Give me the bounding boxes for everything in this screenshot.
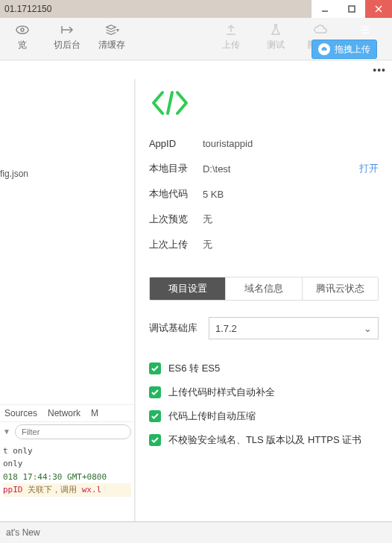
tab-m[interactable]: M bbox=[91, 408, 98, 418]
console-line: 018 17:44:30 GMT+0800 bbox=[3, 471, 131, 484]
minimize-button[interactable] bbox=[312, 0, 338, 18]
toggle-icon bbox=[60, 22, 75, 37]
panel-tabs: 项目设置 域名信息 腾讯云状态 bbox=[149, 277, 379, 301]
console-warning-line: ppID 关联下，调用 wx.l bbox=[3, 483, 131, 497]
tree-file-item[interactable]: fig.json bbox=[0, 169, 128, 179]
settings-checkbox-list: ES6 转 ES5 上传代码时样式自动补全 代码上传时自动压缩 不校验安全域名、… bbox=[149, 362, 379, 447]
cloud-icon bbox=[313, 22, 328, 37]
check-row-es6[interactable]: ES6 转 ES5 bbox=[149, 362, 379, 375]
info-row-lastpreview: 上次预览 无 bbox=[149, 207, 379, 232]
last-upload-value: 无 bbox=[203, 238, 379, 251]
tab-project-settings[interactable]: 项目设置 bbox=[150, 277, 225, 300]
devtools-tabs: Sources Network M bbox=[0, 404, 134, 421]
info-row-appid: AppID touristappid bbox=[149, 131, 379, 156]
svg-point-6 bbox=[323, 47, 326, 50]
filter-bar: ▼ bbox=[0, 421, 134, 442]
clear-cache-button[interactable]: ▾ 清缓存 bbox=[97, 22, 127, 51]
test-button[interactable]: 测试 bbox=[261, 22, 291, 51]
drag-upload-label: 拖拽上传 bbox=[335, 43, 370, 56]
stack-icon: ▾ bbox=[104, 22, 119, 37]
tab-cloud-status[interactable]: 腾讯云状态 bbox=[302, 277, 378, 300]
toggle-back-button[interactable]: 切后台 bbox=[52, 22, 82, 51]
check-label: ES6 转 ES5 bbox=[168, 362, 220, 375]
preview-button[interactable]: 览 bbox=[7, 22, 37, 51]
appid-value: touristappid bbox=[203, 138, 379, 149]
close-button[interactable] bbox=[365, 0, 392, 18]
app-window: 01.1712150 拖拽上传 览 bbox=[0, 0, 392, 543]
eye-icon bbox=[15, 22, 30, 37]
base-lib-value: 1.7.2 bbox=[215, 323, 237, 334]
base-lib-label: 调试基础库 bbox=[149, 321, 209, 335]
tab-domain-info[interactable]: 域名信息 bbox=[225, 277, 301, 300]
window-title: 01.1712150 bbox=[0, 4, 312, 14]
toolbar-left-group: 览 切后台 ▾ 清缓存 bbox=[0, 18, 139, 51]
file-tree: fig.json bbox=[0, 79, 134, 185]
tab-network[interactable]: Network bbox=[48, 408, 80, 418]
project-header bbox=[136, 79, 392, 128]
info-row-lastupload: 上次上传 无 bbox=[149, 232, 379, 257]
sub-toolbar: ••• bbox=[0, 60, 392, 80]
checkbox-checked-icon bbox=[149, 410, 161, 422]
info-row-localdir: 本地目录 D:\test 打开 bbox=[149, 156, 379, 181]
checkbox-checked-icon bbox=[149, 386, 161, 398]
content-area: fig.json Sources Network M ▼ t only only… bbox=[0, 79, 392, 543]
check-label: 不校验安全域名、TLS 版本以及 HTTPS 证书 bbox=[168, 433, 361, 447]
appid-label: AppID bbox=[149, 138, 203, 149]
local-code-value: 5 KB bbox=[203, 189, 379, 200]
check-row-style[interactable]: 上传代码时样式自动补全 bbox=[149, 386, 379, 399]
svg-point-7 bbox=[16, 26, 28, 34]
base-lib-select[interactable]: 1.7.2 ⌄ bbox=[209, 317, 379, 339]
local-dir-value: D:\test bbox=[203, 163, 359, 175]
window-controls bbox=[312, 0, 392, 18]
console-output: t only only 018 17:44:30 GMT+0800 ppID 关… bbox=[0, 442, 134, 500]
base-lib-row: 调试基础库 1.7.2 ⌄ bbox=[149, 317, 379, 339]
console-line: only bbox=[3, 457, 131, 471]
last-preview-value: 无 bbox=[203, 213, 379, 226]
maximize-button[interactable] bbox=[338, 0, 365, 18]
local-code-label: 本地代码 bbox=[149, 187, 203, 201]
details-panel: AppID touristappid 本地目录 D:\test 打开 本地代码 … bbox=[135, 79, 392, 543]
checkbox-checked-icon bbox=[149, 362, 161, 374]
last-preview-label: 上次预览 bbox=[149, 213, 203, 226]
app-body: 拖拽上传 览 切后台 ▾ 清缓存 bbox=[0, 18, 392, 543]
svg-point-8 bbox=[21, 28, 24, 31]
more-menu-button[interactable]: ••• bbox=[370, 64, 389, 76]
info-row-localcode: 本地代码 5 KB bbox=[149, 181, 379, 207]
flask-icon bbox=[268, 22, 283, 37]
left-column: fig.json Sources Network M ▼ t only only… bbox=[0, 79, 135, 543]
code-logo-icon bbox=[149, 110, 191, 122]
upload-button[interactable]: 上传 bbox=[216, 22, 246, 51]
filter-caret-icon[interactable]: ▼ bbox=[3, 427, 10, 436]
svg-line-13 bbox=[168, 92, 172, 113]
console-line: t only bbox=[3, 445, 131, 458]
open-dir-link[interactable]: 打开 bbox=[359, 162, 379, 175]
drag-upload-button[interactable]: 拖拽上传 bbox=[312, 40, 377, 59]
tab-sources[interactable]: Sources bbox=[4, 408, 37, 418]
title-bar: 01.1712150 bbox=[0, 0, 392, 18]
chevron-down-icon: ⌄ bbox=[364, 323, 372, 334]
cloud-disk-icon bbox=[318, 43, 330, 55]
filter-input[interactable] bbox=[15, 424, 131, 439]
checkbox-checked-icon bbox=[149, 434, 161, 446]
whats-new-bar[interactable]: at's New bbox=[0, 521, 392, 543]
check-row-nocheck[interactable]: 不校验安全域名、TLS 版本以及 HTTPS 证书 bbox=[149, 433, 379, 447]
local-dir-label: 本地目录 bbox=[149, 162, 203, 175]
check-row-compress[interactable]: 代码上传时自动压缩 bbox=[149, 409, 379, 423]
check-label: 上传代码时样式自动补全 bbox=[168, 386, 275, 399]
check-label: 代码上传时自动压缩 bbox=[168, 409, 256, 423]
menu-icon bbox=[358, 22, 373, 37]
svg-rect-1 bbox=[349, 6, 355, 12]
project-info: AppID touristappid 本地目录 D:\test 打开 本地代码 … bbox=[136, 128, 392, 268]
upload-icon bbox=[224, 22, 238, 37]
last-upload-label: 上次上传 bbox=[149, 238, 203, 251]
